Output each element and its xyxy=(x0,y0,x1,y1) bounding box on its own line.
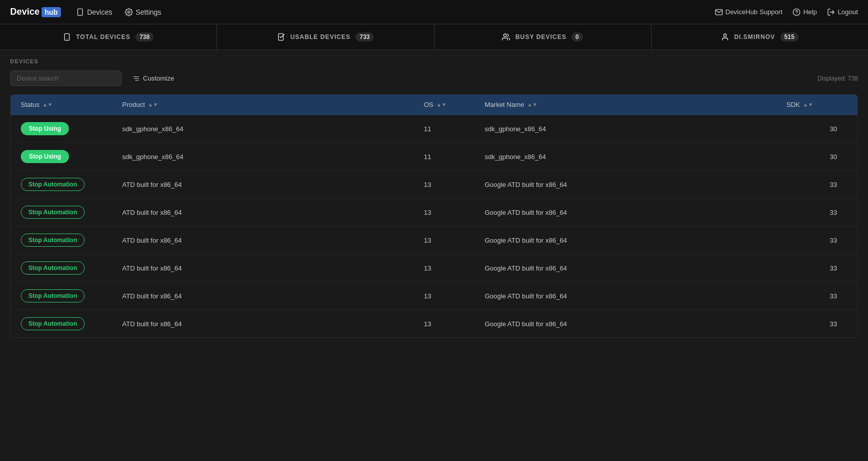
sdk-cell: 33 xyxy=(786,237,847,244)
os-cell: 13 xyxy=(424,181,485,188)
col-header-sdk[interactable]: SDK ▲▼ xyxy=(786,101,847,108)
total-devices-count: 738 xyxy=(135,32,154,42)
search-input[interactable] xyxy=(10,70,122,86)
stop-automation-button[interactable]: Stop Automation xyxy=(21,178,85,191)
busy-devices-icon xyxy=(502,33,510,41)
svg-point-9 xyxy=(504,34,507,36)
table-body: Stop Usingsdk_gphone_x86_6411sdk_gphone_… xyxy=(11,115,857,337)
customize-icon xyxy=(133,75,140,82)
status-cell: Stop Using xyxy=(21,150,122,163)
svg-point-16 xyxy=(135,80,136,81)
toolbar-left: Customize xyxy=(10,70,179,86)
table-row: Stop AutomationATD built for x86_6413Goo… xyxy=(11,282,857,310)
table-row: Stop Usingsdk_gphone_x86_6411sdk_gphone_… xyxy=(11,115,857,143)
logo-device: Device xyxy=(10,7,40,17)
stop-automation-button[interactable]: Stop Automation xyxy=(21,234,85,247)
stop-using-button[interactable]: Stop Using xyxy=(21,150,69,163)
logout-label: Logout xyxy=(838,8,858,16)
toolbar: Customize Displayed: 738 xyxy=(10,70,858,86)
stat-user[interactable]: DI.SMIRNOV 515 xyxy=(652,24,868,50)
logo[interactable]: Device hub xyxy=(10,7,61,17)
table-row: Stop AutomationATD built for x86_6413Goo… xyxy=(11,310,857,337)
help-label: Help xyxy=(803,8,817,16)
logout-link[interactable]: Logout xyxy=(827,8,858,16)
usable-devices-count: 733 xyxy=(355,32,374,42)
nav-settings-label: Settings xyxy=(136,8,162,16)
customize-label: Customize xyxy=(143,74,174,82)
displayed-count: Displayed: 738 xyxy=(818,75,858,82)
nav-settings[interactable]: Settings xyxy=(125,4,162,20)
col-header-product[interactable]: Product ▲▼ xyxy=(122,101,424,108)
col-header-os[interactable]: OS ▲▼ xyxy=(424,101,485,108)
stat-total-devices[interactable]: TOTAL DEVICES 738 xyxy=(0,24,217,50)
os-cell: 13 xyxy=(424,292,485,300)
svg-point-10 xyxy=(724,34,726,36)
stat-busy-devices[interactable]: BUSY DEVICES 0 xyxy=(435,24,652,50)
status-cell: Stop Automation xyxy=(21,317,122,330)
sort-status-icon: ▲▼ xyxy=(43,102,53,107)
stop-automation-button[interactable]: Stop Automation xyxy=(21,317,85,330)
customize-button[interactable]: Customize xyxy=(128,71,179,86)
sdk-cell: 30 xyxy=(786,125,847,133)
settings-icon xyxy=(125,8,133,16)
market-name-cell: Google ATD built for x86_64 xyxy=(485,237,786,244)
mail-icon xyxy=(715,8,723,16)
market-name-cell: Google ATD built for x86_64 xyxy=(485,264,786,272)
stop-automation-button[interactable]: Stop Automation xyxy=(21,206,85,219)
nav-devices-label: Devices xyxy=(87,8,113,16)
col-header-market-name[interactable]: Market Name ▲▼ xyxy=(485,101,786,108)
section-title: DEVICES xyxy=(10,58,858,64)
status-cell: Stop Automation xyxy=(21,234,122,247)
sdk-cell: 33 xyxy=(786,292,847,300)
sort-product-icon: ▲▼ xyxy=(148,102,158,107)
support-link[interactable]: DeviceHub Support xyxy=(715,8,783,16)
content-area: DEVICES Customize Displayed: 738 Sta xyxy=(0,50,868,346)
sort-market-name-icon: ▲▼ xyxy=(527,102,537,107)
navbar: Device hub Devices Settings DeviceHub Su… xyxy=(0,0,868,24)
nav-right: DeviceHub Support Help Logout xyxy=(715,8,858,16)
stats-bar: TOTAL DEVICES 738 USABLE DEVICES 733 BUS… xyxy=(0,24,868,50)
help-link[interactable]: Help xyxy=(792,8,817,16)
col-market-name-label: Market Name xyxy=(485,101,524,108)
market-name-cell: Google ATD built for x86_64 xyxy=(485,209,786,216)
table-row: Stop AutomationATD built for x86_6413Goo… xyxy=(11,171,857,199)
table-row: Stop Usingsdk_gphone_x86_6411sdk_gphone_… xyxy=(11,143,857,171)
stop-using-button[interactable]: Stop Using xyxy=(21,122,69,135)
support-label: DeviceHub Support xyxy=(726,8,783,16)
product-cell: ATD built for x86_64 xyxy=(122,181,424,188)
status-cell: Stop Automation xyxy=(21,289,122,302)
product-cell: ATD built for x86_64 xyxy=(122,292,424,300)
table-row: Stop AutomationATD built for x86_6413Goo… xyxy=(11,226,857,254)
stop-automation-button[interactable]: Stop Automation xyxy=(21,261,85,275)
usable-devices-icon xyxy=(277,33,285,41)
user-count: 515 xyxy=(780,32,799,42)
svg-point-14 xyxy=(133,76,134,77)
devices-table: Status ▲▼ Product ▲▼ OS ▲▼ Market Name ▲… xyxy=(10,94,858,338)
sort-os-icon: ▲▼ xyxy=(437,102,447,107)
status-cell: Stop Using xyxy=(21,122,122,135)
stop-automation-button[interactable]: Stop Automation xyxy=(21,289,85,302)
sdk-cell: 33 xyxy=(786,264,847,272)
nav-devices[interactable]: Devices xyxy=(76,4,113,20)
total-devices-icon xyxy=(63,33,71,41)
market-name-cell: sdk_gphone_x86_64 xyxy=(485,153,786,161)
total-devices-label: TOTAL DEVICES xyxy=(76,33,130,41)
os-cell: 13 xyxy=(424,209,485,216)
col-header-status[interactable]: Status ▲▼ xyxy=(21,101,122,108)
svg-point-2 xyxy=(128,11,130,13)
market-name-cell: Google ATD built for x86_64 xyxy=(485,292,786,300)
stat-usable-devices[interactable]: USABLE DEVICES 733 xyxy=(217,24,434,50)
product-cell: ATD built for x86_64 xyxy=(122,264,424,272)
sdk-cell: 33 xyxy=(786,320,847,328)
user-icon xyxy=(721,33,729,41)
os-cell: 11 xyxy=(424,153,485,161)
market-name-cell: Google ATD built for x86_64 xyxy=(485,181,786,188)
sdk-cell: 33 xyxy=(786,181,847,188)
logout-icon xyxy=(827,8,835,16)
col-product-label: Product xyxy=(122,101,145,108)
user-label: DI.SMIRNOV xyxy=(734,33,775,41)
svg-rect-8 xyxy=(279,33,283,40)
product-cell: sdk_gphone_x86_64 xyxy=(122,153,424,161)
status-cell: Stop Automation xyxy=(21,261,122,275)
col-os-label: OS xyxy=(424,101,433,108)
